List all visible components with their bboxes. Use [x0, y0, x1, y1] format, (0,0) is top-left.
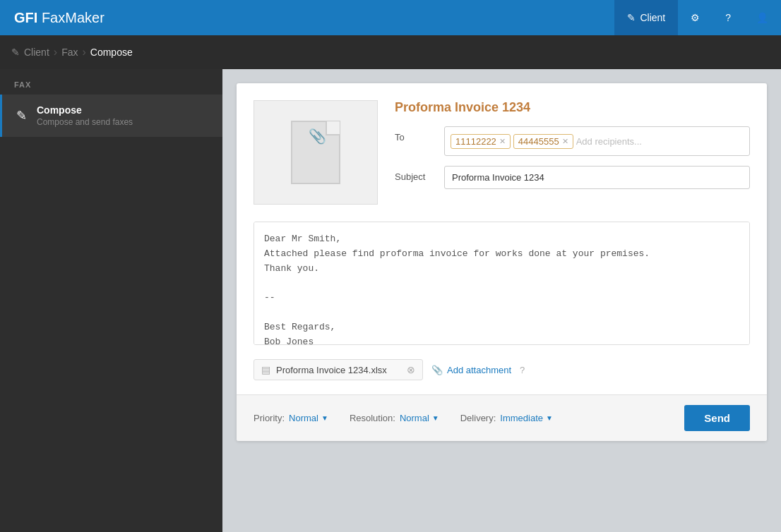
compose-body-section: Dear Mr Smith, Attached please find prof… — [237, 222, 767, 359]
to-field: 11112222 ✕ 44445555 ✕ Add recipients... — [444, 126, 750, 156]
breadcrumb-client[interactable]: Client — [24, 47, 49, 58]
compose-card: 📎 Proforma Invoice 1234 To 11112222 — [237, 83, 767, 441]
recipient-number-0: 11112222 — [455, 136, 496, 147]
breadcrumb-compose-icon: ✎ — [11, 47, 20, 58]
recipient-tag-0: 11112222 ✕ — [451, 134, 511, 149]
user-nav-button[interactable]: 👤 — [744, 0, 781, 35]
attachment-filename: Proforma Invoice 1234.xlsx — [276, 365, 401, 375]
priority-select[interactable]: Normal ▼ — [289, 413, 328, 423]
subject-field — [444, 166, 750, 189]
user-icon: 👤 — [756, 12, 768, 23]
breadcrumb: ✎ Client › Fax › Compose — [0, 35, 781, 69]
top-nav-right: ✎ Client ⚙ ? 👤 — [614, 0, 781, 35]
paperclip-icon: 📎 — [431, 365, 443, 375]
compose-nav-icon: ✎ — [627, 12, 636, 23]
resolution-value: Normal — [400, 413, 429, 423]
main-layout: FAX ✎ Compose Compose and send faxes 📎 — [0, 69, 781, 532]
delivery-value: Immediate — [500, 413, 543, 423]
resolution-select[interactable]: Normal ▼ — [400, 413, 439, 423]
priority-label: Priority: — [254, 413, 285, 423]
help-icon: ? — [725, 12, 731, 23]
resolution-dropdown-arrow: ▼ — [432, 414, 439, 422]
breadcrumb-fax[interactable]: Fax — [61, 47, 78, 58]
paperclip-icon: 📎 — [309, 128, 326, 145]
document-preview: 📎 — [254, 100, 378, 205]
breadcrumb-sep-2: › — [82, 46, 85, 59]
priority-dropdown-arrow: ▼ — [321, 414, 328, 422]
recipients-placeholder: Add recipients... — [576, 136, 642, 147]
attachment-file-icon: ▤ — [261, 364, 270, 375]
delivery-select[interactable]: Immediate ▼ — [500, 413, 553, 423]
content-area: 📎 Proforma Invoice 1234 To 11112222 — [222, 69, 781, 532]
priority-value: Normal — [289, 413, 318, 423]
delivery-option: Delivery: Immediate ▼ — [460, 413, 553, 423]
compose-form: Proforma Invoice 1234 To 11112222 ✕ — [395, 100, 750, 205]
add-attachment-button[interactable]: 📎 Add attachment — [431, 365, 511, 375]
attachment-item: ▤ Proforma Invoice 1234.xlsx ⊗ — [254, 359, 423, 380]
sidebar-item-compose-subtitle: Compose and send faxes — [37, 117, 133, 127]
sidebar-section-fax: FAX — [0, 69, 222, 95]
resolution-option: Resolution: Normal ▼ — [350, 413, 439, 423]
logo-product: FaxMaker — [42, 10, 105, 26]
add-attachment-label: Add attachment — [447, 365, 511, 375]
recipient-tag-1: 44445555 ✕ — [513, 134, 573, 149]
top-nav: GFI FaxMaker ✎ Client ⚙ ? 👤 — [0, 0, 781, 35]
app-logo: GFI FaxMaker — [0, 10, 119, 26]
delivery-label: Delivery: — [460, 413, 496, 423]
send-button[interactable]: Send — [684, 405, 750, 431]
to-label: To — [395, 126, 437, 143]
sidebar-item-compose-text: Compose Compose and send faxes — [37, 104, 133, 127]
body-textarea[interactable]: Dear Mr Smith, Attached please find prof… — [254, 222, 750, 345]
client-nav-label: Client — [640, 12, 665, 23]
sidebar-item-compose[interactable]: ✎ Compose Compose and send faxes — [0, 95, 222, 137]
attachments-section: ▤ Proforma Invoice 1234.xlsx ⊗ 📎 Add att… — [237, 359, 767, 394]
priority-option: Priority: Normal ▼ — [254, 413, 328, 423]
breadcrumb-sep-1: › — [54, 46, 57, 59]
subject-input[interactable] — [444, 166, 750, 189]
compose-icon: ✎ — [16, 108, 27, 123]
settings-nav-button[interactable]: ⚙ — [678, 0, 713, 35]
recipients-box[interactable]: 11112222 ✕ 44445555 ✕ Add recipients... — [444, 126, 750, 156]
document-icon: 📎 — [291, 121, 340, 184]
sidebar: FAX ✎ Compose Compose and send faxes — [0, 69, 222, 532]
attachment-remove-button[interactable]: ⊗ — [407, 364, 415, 375]
breadcrumb-compose: Compose — [90, 47, 133, 58]
compose-title: Proforma Invoice 1234 — [395, 100, 750, 115]
recipient-remove-0[interactable]: ✕ — [499, 137, 506, 146]
resolution-label: Resolution: — [350, 413, 395, 423]
logo-gfi: GFI — [14, 10, 37, 26]
client-nav-button[interactable]: ✎ Client — [614, 0, 678, 35]
attachment-help-icon[interactable]: ? — [520, 365, 525, 375]
help-nav-button[interactable]: ? — [713, 0, 744, 35]
compose-top: 📎 Proforma Invoice 1234 To 11112222 — [237, 83, 767, 222]
compose-footer: Priority: Normal ▼ Resolution: Normal ▼ … — [237, 394, 767, 441]
settings-icon: ⚙ — [691, 12, 700, 23]
subject-row: Subject — [395, 166, 750, 189]
delivery-dropdown-arrow: ▼ — [546, 414, 553, 422]
subject-label: Subject — [395, 166, 437, 182]
to-row: To 11112222 ✕ 44445555 ✕ — [395, 126, 750, 156]
recipient-remove-1[interactable]: ✕ — [562, 137, 568, 146]
sidebar-item-compose-title: Compose — [37, 104, 133, 116]
recipient-number-1: 44445555 — [518, 136, 559, 147]
